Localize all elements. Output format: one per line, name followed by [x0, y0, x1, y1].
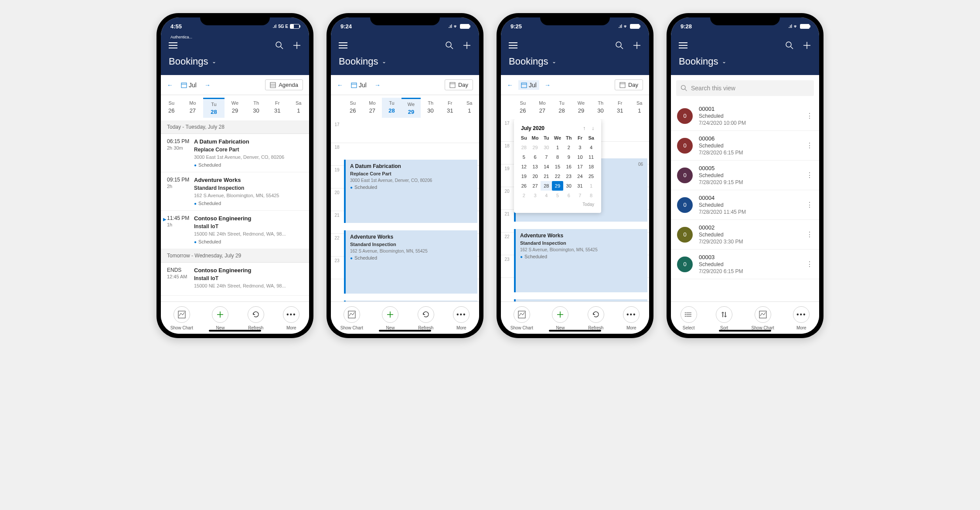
search-icon[interactable]	[445, 41, 454, 50]
dp-date-cell[interactable]: 17	[575, 162, 586, 171]
nav-refresh[interactable]: Refresh	[588, 306, 604, 330]
dp-date-cell[interactable]: 31	[575, 181, 586, 191]
list-item[interactable]: 000001Scheduled7/24/2020 10:00 PM⋮	[671, 101, 819, 131]
day-col[interactable]: Mo27	[533, 98, 552, 116]
day-col[interactable]: Fr31	[610, 98, 630, 116]
day-col[interactable]: Th30	[591, 98, 610, 116]
view-selector[interactable]: Bookings ⌄	[671, 56, 819, 75]
view-toggle[interactable]: Day	[445, 79, 473, 90]
dp-date-cell[interactable]: 13	[530, 162, 541, 171]
search-icon[interactable]	[275, 41, 284, 50]
dp-date-cell[interactable]: 3	[530, 191, 541, 200]
list-item[interactable]: 000003Scheduled7/29/2020 6:15 PM⋮	[671, 250, 819, 279]
prev-arrow[interactable]: ←	[337, 82, 343, 89]
plus-icon[interactable]	[293, 41, 301, 50]
day-col[interactable]: We29	[402, 98, 421, 118]
dp-date-cell[interactable]: 1	[552, 143, 563, 152]
day-col[interactable]: Tu28	[552, 98, 572, 116]
dp-date-cell[interactable]: 21	[541, 171, 552, 181]
item-more-icon[interactable]: ⋮	[806, 141, 813, 150]
dp-date-cell[interactable]: 28	[541, 181, 552, 191]
day-col[interactable]: Su26	[513, 98, 533, 116]
dp-date-cell[interactable]: 9	[563, 152, 575, 162]
item-more-icon[interactable]: ⋮	[806, 171, 813, 179]
dp-date-cell[interactable]: 6	[530, 152, 541, 162]
event-card[interactable]: Adventure WorksStandard Inspection162 S …	[514, 229, 647, 292]
dp-date-cell[interactable]: 29	[552, 181, 563, 191]
day-col[interactable]: Su26	[343, 98, 363, 118]
dp-date-cell[interactable]: 14	[541, 162, 552, 171]
agenda-item[interactable]: 09:15 PM2hAdventure WorksStandard Inspec…	[161, 172, 309, 211]
item-more-icon[interactable]: ⋮	[806, 201, 813, 209]
dp-date-cell[interactable]: 15	[552, 162, 563, 171]
plus-icon[interactable]	[633, 41, 641, 50]
nav-sort[interactable]: Sort	[716, 306, 732, 330]
dp-today-link[interactable]: Today	[518, 200, 597, 209]
item-more-icon[interactable]: ⋮	[806, 112, 813, 120]
dp-date-cell[interactable]: 29	[530, 143, 541, 152]
nav-refresh[interactable]: Refresh	[248, 306, 264, 330]
dp-date-cell[interactable]: 28	[518, 143, 530, 152]
dp-date-cell[interactable]: 12	[518, 162, 530, 171]
item-more-icon[interactable]: ⋮	[806, 230, 813, 239]
search-icon[interactable]	[615, 41, 624, 50]
dp-date-cell[interactable]: 30	[563, 181, 575, 191]
view-toggle[interactable]: Agenda	[265, 79, 303, 90]
plus-icon[interactable]	[803, 41, 811, 50]
dp-date-cell[interactable]: 4	[541, 191, 552, 200]
dp-date-cell[interactable]: 8	[585, 191, 597, 200]
dp-date-cell[interactable]: 20	[530, 171, 541, 181]
day-col[interactable]: We29	[225, 98, 246, 118]
day-col[interactable]: Su26	[161, 98, 182, 118]
nav-new[interactable]: New	[382, 306, 398, 330]
menu-icon[interactable]	[169, 42, 177, 48]
search-icon[interactable]	[785, 41, 794, 50]
menu-icon[interactable]	[679, 42, 687, 48]
day-col[interactable]: Fr31	[267, 98, 288, 118]
dp-date-cell[interactable]: 10	[575, 152, 586, 162]
dp-date-cell[interactable]: 24	[575, 171, 586, 181]
dp-date-cell[interactable]: 11	[585, 152, 597, 162]
menu-icon[interactable]	[509, 42, 517, 48]
day-col[interactable]: Tu28	[203, 98, 225, 118]
nav-new[interactable]: New	[212, 306, 228, 330]
dp-date-cell[interactable]: 18	[585, 162, 597, 171]
event-card[interactable]: Contoso Engineering	[514, 299, 647, 301]
agenda-item[interactable]: ▶11:45 PM1hContoso EngineeringInstall Io…	[161, 211, 309, 249]
nav-showChart[interactable]: Show Chart	[752, 306, 774, 330]
dp-date-cell[interactable]: 8	[552, 152, 563, 162]
view-selector[interactable]: Bookings ⌄	[331, 56, 479, 75]
next-arrow[interactable]: →	[204, 82, 211, 89]
day-col[interactable]: Mo27	[363, 98, 382, 118]
nav-select[interactable]: Select	[681, 306, 697, 330]
dp-date-cell[interactable]: 2	[563, 143, 575, 152]
day-col[interactable]: Fr31	[440, 98, 460, 118]
dp-date-cell[interactable]: 19	[518, 171, 530, 181]
month-picker[interactable]: Jul	[518, 80, 539, 90]
prev-arrow[interactable]: ←	[507, 82, 513, 89]
nav-more[interactable]: •••More	[453, 306, 470, 330]
month-picker[interactable]: Jul	[348, 80, 369, 90]
dp-next[interactable]: ↓	[592, 125, 594, 131]
plus-icon[interactable]	[463, 41, 471, 50]
day-col[interactable]: Sa1	[288, 98, 309, 118]
list-content[interactable]: 000001Scheduled7/24/2020 10:00 PM⋮000006…	[671, 101, 819, 301]
day-col[interactable]: Th30	[421, 98, 440, 118]
dp-date-cell[interactable]: 25	[585, 171, 597, 181]
dp-date-cell[interactable]: 6	[563, 191, 575, 200]
day-col[interactable]: Sa1	[630, 98, 649, 116]
nav-new[interactable]: New	[552, 306, 568, 330]
nav-showChart[interactable]: Show Chart	[170, 306, 193, 330]
dp-date-cell[interactable]: 2	[518, 191, 530, 200]
nav-more[interactable]: •••More	[623, 306, 640, 330]
nav-more[interactable]: •••More	[283, 306, 299, 330]
list-item[interactable]: 000006Scheduled7/28/2020 6:15 PM⋮	[671, 131, 819, 161]
dp-date-cell[interactable]: 7	[575, 191, 586, 200]
agenda-content[interactable]: Today - Tuesday, July 28 06:15 PM2h 30mA…	[161, 120, 309, 301]
dp-date-cell[interactable]: 30	[541, 143, 552, 152]
prev-arrow[interactable]: ←	[167, 82, 173, 89]
menu-icon[interactable]	[339, 42, 347, 48]
event-card[interactable]: Contoso Engineering	[344, 301, 477, 301]
day-col[interactable]: Sa1	[459, 98, 479, 118]
dp-date-cell[interactable]: 5	[518, 152, 530, 162]
